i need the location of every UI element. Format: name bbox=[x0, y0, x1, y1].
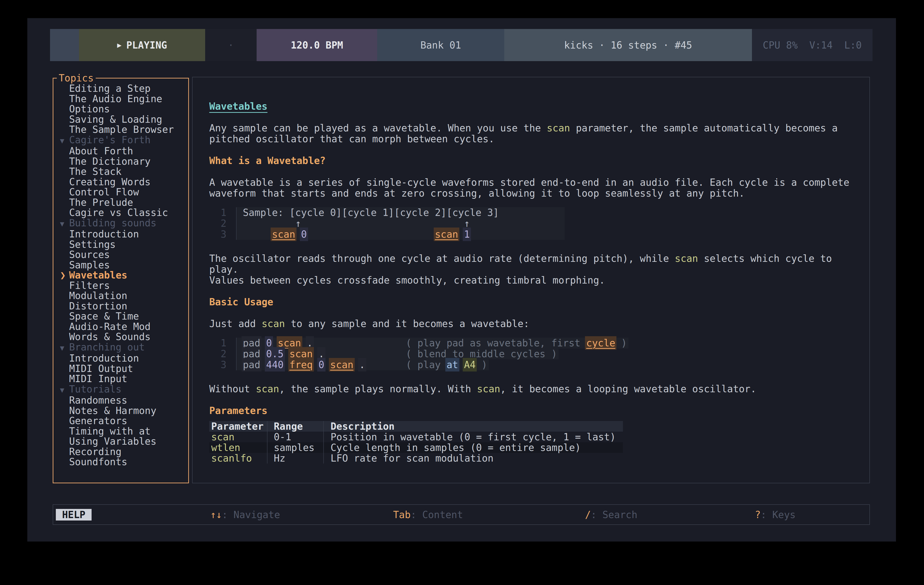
key-hints: ↑↓: Navigate Tab: Content /: Search ?: K… bbox=[53, 505, 870, 524]
table-header-row: Parameter Range Description bbox=[209, 421, 623, 432]
sidebar-item[interactable]: Soundfonts bbox=[53, 457, 188, 467]
number-token: 440 bbox=[266, 359, 284, 370]
freq-token: freq bbox=[289, 359, 313, 370]
item-label: The Stack bbox=[69, 166, 122, 177]
sidebar-item[interactable]: Timing with at bbox=[53, 426, 188, 437]
scan-token: scan bbox=[289, 348, 313, 359]
bpm-display[interactable]: 120.0 BPM bbox=[257, 29, 377, 61]
dot-token: . bbox=[318, 348, 324, 359]
sidebar-item[interactable]: ▼Branching out bbox=[53, 342, 188, 353]
sidebar-item[interactable]: Editing a Step bbox=[53, 83, 188, 94]
sidebar-item[interactable]: Settings bbox=[53, 239, 188, 250]
comment: ) bbox=[475, 359, 487, 370]
sidebar-item[interactable]: MIDI Output bbox=[53, 364, 188, 374]
paragraph-oscillator: The oscillator reads through one cycle a… bbox=[209, 253, 853, 286]
code-line: Sample: [cycle 0][cycle 1][cycle 2][cycl… bbox=[236, 207, 565, 218]
comment bbox=[458, 359, 464, 370]
sidebar-item[interactable]: Saving & Loading bbox=[53, 114, 188, 125]
help-content-panel[interactable]: Wavetables Any sample can be played as a… bbox=[192, 77, 870, 483]
topics-panel-title: Topics bbox=[57, 72, 96, 84]
text: Any sample can be played as a wavetable.… bbox=[209, 122, 547, 133]
hint-label: : Content bbox=[411, 509, 463, 520]
item-label: Randomness bbox=[69, 395, 127, 406]
item-label: Cagire vs Classic bbox=[69, 207, 168, 218]
sidebar-item[interactable]: Cagire vs Classic bbox=[53, 208, 188, 218]
bank-display[interactable]: Bank 01 bbox=[377, 29, 504, 61]
code-block-diagram: 1 Sample: [cycle 0][cycle 1][cycle 2][cy… bbox=[209, 205, 853, 242]
column-header: Description bbox=[323, 421, 623, 432]
inline-code-scan: scan bbox=[256, 383, 279, 394]
sidebar-item[interactable]: Generators bbox=[53, 416, 188, 426]
line-number: 1 bbox=[209, 207, 226, 218]
sidebar-item[interactable]: Introduction bbox=[53, 229, 188, 239]
sidebar-item[interactable]: Space & Time bbox=[53, 311, 188, 321]
param-cell: scan bbox=[209, 432, 267, 442]
column-header: Range bbox=[267, 421, 323, 432]
sidebar-item[interactable]: The Audio Engine bbox=[53, 94, 188, 104]
parameters-table: Parameter Range Description scan0-1Posit… bbox=[209, 421, 623, 463]
pattern-display[interactable]: kicks · 16 steps · #45 bbox=[504, 29, 752, 61]
line-number: 2 bbox=[209, 349, 226, 359]
key-label: Tab bbox=[393, 509, 411, 520]
transport-label: PLAYING bbox=[126, 40, 167, 51]
key-label: / bbox=[585, 509, 591, 520]
item-label: Editing a Step bbox=[69, 83, 150, 94]
sidebar-item[interactable]: Sources bbox=[53, 249, 188, 260]
inline-code-scan: scan bbox=[675, 253, 698, 264]
column-header: Parameter bbox=[209, 421, 267, 432]
inline-code-scan: scan bbox=[477, 383, 500, 394]
sidebar-item[interactable]: Randomness bbox=[53, 395, 188, 405]
comment: ( play pad as wavetable, first bbox=[406, 338, 586, 349]
item-label: Space & Time bbox=[69, 311, 139, 322]
sidebar-item[interactable]: Control Flow bbox=[53, 187, 188, 197]
item-prefix-icon: ▼ bbox=[60, 136, 69, 146]
key-label: ? bbox=[755, 509, 761, 520]
item-prefix-icon: ▼ bbox=[60, 385, 69, 395]
item-label: Soundfonts bbox=[69, 456, 127, 467]
code-line: ↑ ↑ bbox=[236, 218, 565, 229]
sidebar-item[interactable]: Recording bbox=[53, 447, 188, 457]
sidebar-item[interactable]: Words & Sounds bbox=[53, 332, 188, 342]
paragraph-intro: Any sample can be played as a wavetable.… bbox=[209, 123, 853, 145]
sidebar-item[interactable]: The Dictionary bbox=[53, 156, 188, 166]
sidebar-item[interactable]: ❯Wavetables bbox=[53, 270, 188, 280]
range-cell: Hz bbox=[267, 453, 323, 463]
inline-code-scan: scan bbox=[262, 318, 285, 329]
number-token: 0 bbox=[301, 229, 307, 240]
line-number: 3 bbox=[209, 229, 226, 240]
sidebar-item[interactable]: Options bbox=[53, 104, 188, 114]
item-label: Sources bbox=[69, 249, 110, 260]
sidebar-item[interactable]: ▼Tutorials bbox=[53, 384, 188, 395]
sidebar-item[interactable]: ▼Cagire's Forth bbox=[53, 135, 188, 146]
sidebar-item[interactable]: About Forth bbox=[53, 146, 188, 156]
dot-token: . bbox=[307, 338, 313, 349]
sidebar-item[interactable]: MIDI Input bbox=[53, 374, 188, 384]
sidebar-item[interactable]: Filters bbox=[53, 280, 188, 291]
sidebar-item[interactable]: Introduction bbox=[53, 353, 188, 364]
transport-status[interactable]: ▶ PLAYING bbox=[79, 29, 205, 61]
scan-token: scan bbox=[272, 229, 295, 240]
comment: ( blend to middle cycles ) bbox=[406, 348, 557, 359]
topbar-spacer bbox=[50, 29, 79, 61]
number-token: 0 bbox=[318, 359, 324, 370]
app-window: ▶ PLAYING · 120.0 BPM Bank 01 kicks · 16… bbox=[27, 18, 896, 542]
paragraph-definition: A wavetable is a series of single-cycle … bbox=[209, 177, 853, 199]
sidebar-item[interactable]: Samples bbox=[53, 260, 188, 270]
sidebar-item[interactable]: Audio-Rate Mod bbox=[53, 321, 188, 332]
dot-token: . bbox=[359, 359, 365, 370]
item-label: Tutorials bbox=[69, 384, 122, 395]
scan-token: scan bbox=[278, 338, 301, 349]
sidebar-item[interactable]: Notes & Harmony bbox=[53, 405, 188, 416]
sidebar-item[interactable]: ▼Building sounds bbox=[53, 218, 188, 229]
help-article: Wavetables Any sample can be played as a… bbox=[193, 77, 870, 463]
page-title: Wavetables bbox=[209, 101, 853, 112]
text: to any sample and it becomes a wavetable… bbox=[285, 318, 529, 329]
sidebar-item[interactable]: Using Variables bbox=[53, 436, 188, 447]
sidebar-item[interactable]: The Sample Browser bbox=[53, 124, 188, 135]
sidebar-item[interactable]: The Prelude bbox=[53, 197, 188, 208]
table-row: wtlensamplesCycle length in samples (0 =… bbox=[209, 442, 623, 453]
sidebar-item[interactable]: Modulation bbox=[53, 290, 188, 301]
sidebar-item[interactable]: Distortion bbox=[53, 301, 188, 311]
sidebar-item[interactable]: Creating Words bbox=[53, 177, 188, 187]
sidebar-item[interactable]: The Stack bbox=[53, 166, 188, 177]
